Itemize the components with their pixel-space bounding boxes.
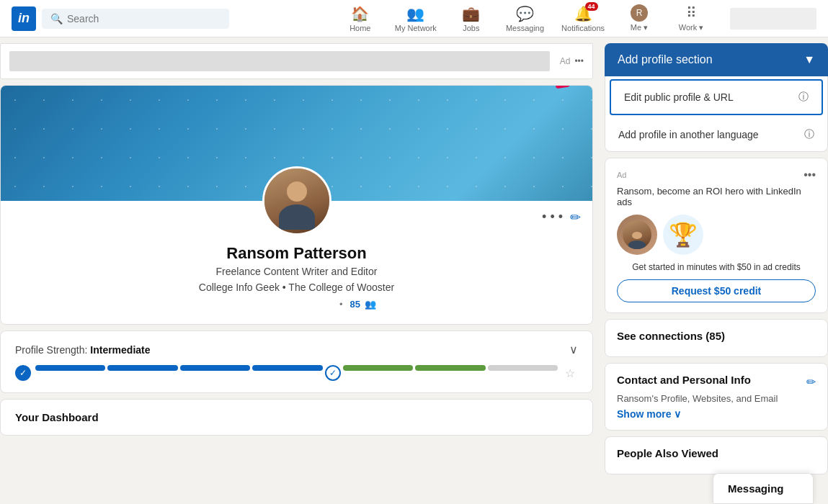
profile-body: • • • ✏ Ransom Patterson Freelance Conte…: [1, 201, 592, 324]
messaging-tooltip-label: Messaging: [728, 482, 784, 495]
connections-icon: 👥: [365, 299, 376, 310]
profile-banner: Click here ➜: [1, 86, 592, 201]
right-actions-panel: Edit public profile & URL ⓘ Add profile …: [605, 76, 828, 152]
person-head: [287, 181, 307, 202]
bar-star-icon: ☆: [562, 365, 578, 381]
nav-network[interactable]: 👥 My Network: [388, 5, 444, 32]
nav-home[interactable]: 🏠 Home: [336, 5, 385, 32]
ad-label: Ad: [560, 56, 571, 66]
edit-public-profile-item[interactable]: Edit public profile & URL ⓘ: [610, 79, 823, 115]
nav-ad-placeholder: [730, 8, 816, 30]
ad-card-label: Ad: [617, 171, 626, 179]
profile-name: Ransom Patterson: [18, 244, 575, 263]
dashboard-title: Your Dashboard: [15, 411, 578, 423]
ad-card-header: Ad •••: [617, 168, 816, 181]
profile-education: College Info Geek • The College of Woost…: [18, 282, 575, 293]
people-also-viewed-section: People Also Viewed: [605, 436, 828, 474]
connections-dot: •: [339, 299, 343, 310]
network-icon: 👥: [406, 5, 424, 22]
show-more-label: Show more: [617, 408, 671, 420]
nav-me[interactable]: R Me ▾: [615, 4, 664, 32]
ad-card-title: Ransom, become an ROI hero with LinkedIn…: [617, 186, 816, 207]
right-column: Add profile section ▼ Edit public profil…: [605, 43, 828, 480]
bar-seg-5: [343, 365, 413, 371]
bar-check-mid: ✓: [325, 365, 341, 381]
strength-chevron[interactable]: ∨: [569, 343, 578, 356]
contact-info-title: Contact and Personal Info: [617, 374, 751, 386]
strength-prefix: Profile Strength:: [15, 344, 90, 356]
nav-items: 🏠 Home 👥 My Network 💼 Jobs 💬 Messaging 🔔…: [336, 4, 816, 32]
ad-card-more-icon[interactable]: •••: [803, 168, 816, 181]
connections-count[interactable]: 85: [350, 299, 360, 310]
add-language-label: Add profile in another language: [618, 129, 759, 140]
strength-level: Intermediate: [90, 344, 150, 356]
search-input[interactable]: [67, 13, 221, 24]
show-more-chevron: ∨: [674, 408, 681, 420]
strength-bar: ✓ ✓ ☆: [15, 365, 578, 381]
ad-card-description: Get started in minutes with $50 in ad cr…: [617, 262, 816, 272]
ad-card: Ad ••• Ransom, become an ROI hero with L…: [605, 158, 828, 313]
search-bar[interactable]: 🔍: [42, 9, 229, 29]
profile-edit-icon[interactable]: ✏: [570, 210, 581, 225]
add-section-chevron-icon: ▼: [803, 53, 815, 66]
ad-avatars: 🏆: [617, 215, 816, 255]
profile-more-dots[interactable]: • • •: [542, 210, 563, 225]
info-icon-language: ⓘ: [804, 128, 814, 141]
show-more-link[interactable]: Show more ∨: [617, 408, 816, 420]
bar-seg-6: [415, 365, 485, 371]
left-column: Ad ••• Click: [0, 43, 593, 480]
contact-info-sub: Ransom's Profile, Websites, and Email: [617, 393, 816, 404]
nav-work[interactable]: ⠿ Work ▾: [667, 4, 716, 32]
request-credit-button[interactable]: Request $50 credit: [617, 279, 816, 302]
notifications-badge: 44: [585, 2, 598, 11]
add-language-item[interactable]: Add profile in another language ⓘ: [605, 118, 827, 151]
strength-header: Profile Strength: Intermediate ∨: [15, 343, 578, 356]
home-icon: 🏠: [351, 5, 369, 22]
nav-work-label: Work ▾: [679, 23, 704, 32]
ad-more-icon[interactable]: •••: [574, 56, 584, 66]
nav-notifications[interactable]: 🔔 44 Notifications: [554, 5, 612, 32]
see-connections-section: See connections (85): [605, 319, 828, 357]
ad-linkedin-icon: 🏆: [663, 215, 703, 255]
work-grid-icon: ⠿: [686, 4, 697, 22]
page-body: Ad ••• Click: [0, 37, 828, 480]
ad-banner-image: [9, 51, 550, 71]
nav-jobs-label: Jobs: [463, 24, 479, 32]
linkedin-logo[interactable]: in: [12, 6, 36, 31]
info-icon-profile: ⓘ: [798, 91, 809, 104]
people-also-viewed-title: People Also Viewed: [617, 447, 816, 459]
jobs-icon: 💼: [462, 5, 480, 22]
nav-messaging-label: Messaging: [506, 24, 544, 32]
bar-seg-4: [252, 365, 322, 371]
contact-header: Contact and Personal Info ✏: [617, 374, 816, 390]
messaging-tooltip[interactable]: Messaging: [713, 473, 814, 504]
nav-home-label: Home: [350, 24, 370, 32]
strength-title: Profile Strength: Intermediate: [15, 344, 151, 356]
bar-seg-1: [35, 365, 105, 371]
contact-info-section: Contact and Personal Info ✏ Ransom's Pro…: [605, 363, 828, 431]
see-connections-row: See connections (85): [617, 330, 816, 346]
click-arrow-icon: ➜: [540, 85, 577, 99]
bar-check-start: ✓: [15, 365, 31, 381]
notifications-icon: 🔔 44: [574, 5, 592, 22]
bar-seg-2: [107, 365, 177, 371]
profile-card: Click here ➜ • • • ✏ Ransom Patterson Fr…: [0, 85, 593, 325]
profile-top-actions: • • • ✏: [542, 210, 581, 225]
navbar: in 🔍 🏠 Home 👥 My Network 💼 Jobs 💬 Messag…: [0, 0, 828, 37]
see-connections-title[interactable]: See connections (85): [617, 330, 725, 342]
contact-edit-icon[interactable]: ✏: [806, 375, 816, 389]
nav-jobs[interactable]: 💼 Jobs: [447, 5, 496, 32]
nav-messaging[interactable]: 💬 Messaging: [499, 5, 551, 32]
nav-me-label: Me ▾: [631, 23, 648, 32]
ad-bar: Ad •••: [0, 43, 593, 79]
nav-notifications-label: Notifications: [561, 24, 605, 32]
ad-user-avatar: [617, 215, 657, 255]
messaging-icon: 💬: [516, 5, 534, 22]
edit-public-profile-label: Edit public profile & URL: [624, 91, 734, 103]
bar-seg-7: [488, 365, 558, 371]
profile-headline: Freelance Content Writer and Editor: [18, 266, 575, 277]
bar-seg-3: [180, 365, 250, 371]
nav-network-label: My Network: [395, 24, 437, 32]
add-profile-section-button[interactable]: Add profile section ▼: [605, 43, 828, 76]
me-avatar: R: [631, 4, 648, 22]
